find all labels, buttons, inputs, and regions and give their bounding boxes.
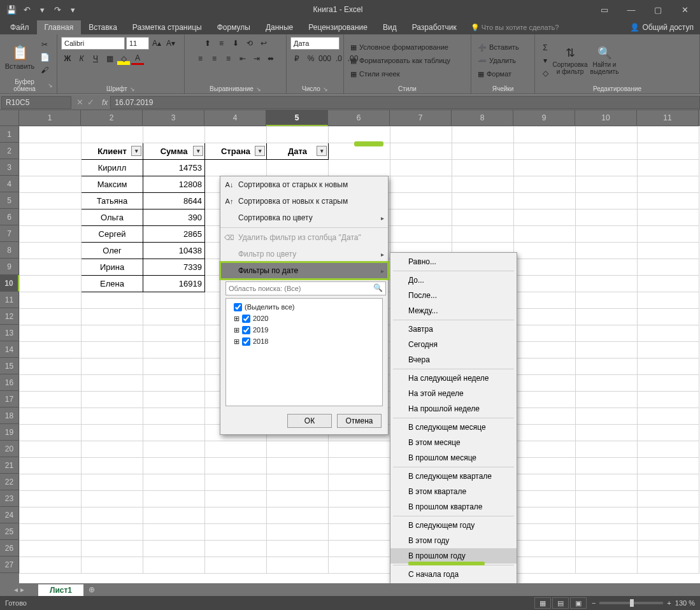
bold-button[interactable]: Ж [61,52,74,65]
filter-values-tree[interactable]: (Выделить все) ⊞2020 ⊞2019 ⊞2018 [225,298,383,406]
launcher-icon[interactable]: ↘ [256,86,261,92]
ribbon-options-icon[interactable]: ▭ [592,1,617,18]
cell[interactable] [638,226,699,243]
cell[interactable] [205,474,267,491]
column-header[interactable]: 10 [575,110,637,126]
cell[interactable]: 12808 [143,176,205,193]
column-header[interactable]: 2 [81,110,143,126]
qat-dropdown-icon[interactable]: ▾ [36,3,48,16]
cell[interactable] [576,176,638,193]
zoom-slider[interactable] [599,602,663,604]
cell[interactable] [452,193,514,209]
align-left-icon[interactable]: ≡ [194,52,207,65]
cell[interactable] [576,524,638,541]
cell[interactable] [20,226,82,243]
cell[interactable]: Сергей [82,226,143,243]
cell[interactable]: 8644 [143,193,205,209]
underline-button[interactable]: Ч [89,52,102,65]
cell[interactable] [514,176,576,193]
cell[interactable] [576,408,638,425]
column-header[interactable]: 7 [390,110,452,126]
cell[interactable] [267,507,329,524]
cell[interactable] [205,541,267,557]
sort-by-color-item[interactable]: Сортировка по цвету▸ [220,209,388,226]
cell[interactable] [576,474,638,491]
row-header[interactable]: 25 [0,523,19,540]
cell[interactable] [329,524,390,541]
merge-icon[interactable]: ⬌ [264,52,277,65]
align-bottom-icon[interactable]: ⬇ [229,37,242,50]
launcher-icon[interactable]: ↘ [130,86,135,92]
filter-ytd-item[interactable]: С начала года [390,567,517,582]
cell[interactable] [390,143,452,160]
filter-this-month-item[interactable]: В этом месяце [390,435,517,450]
row-header[interactable]: 3 [0,159,19,176]
cell[interactable] [82,507,143,524]
launcher-icon[interactable]: ↘ [48,82,53,89]
column-header[interactable]: 8 [452,110,513,126]
page-break-view-icon[interactable]: ▣ [570,597,587,609]
cell[interactable] [205,160,267,176]
cell[interactable] [143,309,205,325]
format-cells-button[interactable]: ▦Формат [475,67,532,80]
row-header[interactable]: 5 [0,192,19,209]
cell[interactable] [143,524,205,541]
maximize-icon[interactable]: ▢ [645,1,671,18]
sort-descending-item[interactable]: A↑Сортировка от новых к старым [220,193,388,209]
column-header[interactable]: 5 [266,110,328,126]
cell[interactable] [205,507,267,524]
cell[interactable] [638,176,699,193]
cell[interactable] [638,358,699,375]
cell[interactable] [143,325,205,342]
cell[interactable] [638,160,699,176]
cell[interactable] [20,358,82,375]
cell[interactable] [514,441,576,458]
cell[interactable] [267,491,329,507]
cell[interactable] [20,276,82,292]
cell[interactable] [638,375,699,392]
cell[interactable] [514,342,576,358]
cell[interactable] [143,541,205,557]
filter-this-week-item[interactable]: На этой неделе [390,386,517,401]
cell[interactable] [514,325,576,342]
cell[interactable] [267,541,329,557]
column-header[interactable]: 4 [204,110,266,126]
row-header[interactable]: 20 [0,441,19,457]
tab-data[interactable]: Данные [258,20,301,34]
cell[interactable] [20,408,82,425]
border-icon[interactable]: ▦ [103,52,116,65]
cell[interactable]: 10438 [143,243,205,259]
cell[interactable]: Сумма▾ [143,143,205,160]
cell[interactable] [452,226,514,243]
row-header[interactable]: 9 [0,259,19,275]
row-header[interactable]: 2 [0,143,19,159]
copy-icon[interactable]: 📄 [38,52,51,63]
cell[interactable] [514,375,576,392]
percent-icon[interactable]: % [304,52,317,65]
cell[interactable] [576,243,638,259]
checkbox[interactable] [242,315,250,323]
cell[interactable] [638,292,699,309]
row-header[interactable]: 1 [0,126,19,143]
cell[interactable] [82,325,143,342]
cell[interactable] [576,358,638,375]
cell[interactable] [638,408,699,425]
cell[interactable] [143,557,205,574]
cell[interactable] [20,342,82,358]
cell[interactable] [390,193,452,209]
cell[interactable] [205,491,267,507]
row-header[interactable]: 13 [0,325,19,341]
cell[interactable]: Кирилл [82,160,143,176]
cell[interactable] [82,524,143,541]
row-header[interactable]: 16 [0,374,19,391]
font-name-combo[interactable]: Calibri [61,37,125,50]
cell[interactable]: Клиент▾ [82,143,143,160]
add-sheet-button[interactable]: ⊕ [83,585,100,594]
cell[interactable] [20,425,82,441]
row-header[interactable]: 8 [0,242,19,259]
cell[interactable]: Страна▾ [205,143,267,160]
filter-button[interactable]: ▾ [193,146,203,156]
cell[interactable] [20,309,82,325]
cell[interactable] [143,408,205,425]
save-icon[interactable]: 💾 [5,3,18,16]
